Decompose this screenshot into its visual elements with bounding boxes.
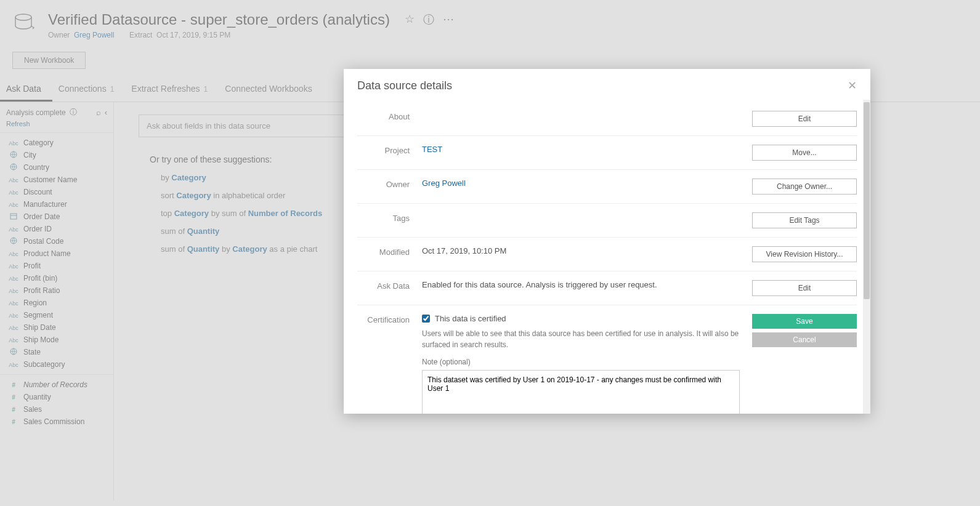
field-item[interactable]: AbcProduct Name [0, 247, 113, 260]
field-item[interactable]: AbcSubcategory [0, 358, 113, 371]
field-item[interactable]: AbcShip Mode [0, 334, 113, 346]
project-label: Project [357, 145, 410, 155]
certified-label: This data is certified [435, 314, 506, 323]
field-item[interactable]: AbcProfit (bin) [0, 272, 113, 284]
search-icon[interactable]: ⌕ [96, 108, 101, 117]
modified-label: Modified [357, 246, 410, 257]
cancel-button[interactable]: Cancel [752, 332, 857, 347]
close-icon[interactable]: ✕ [848, 79, 857, 92]
field-item[interactable]: Order Date [0, 211, 113, 223]
field-item[interactable]: #Sales [0, 403, 113, 416]
tags-label: Tags [357, 212, 410, 223]
field-item[interactable]: AbcSegment [0, 309, 113, 321]
favorite-icon[interactable]: ☆ [405, 12, 415, 27]
edit-askdata-button[interactable]: Edit [752, 280, 857, 296]
certification-description: Users will be able to see that this data… [422, 328, 740, 350]
edit-about-button[interactable]: Edit [752, 111, 857, 127]
field-item[interactable]: Postal Code [0, 235, 113, 247]
new-workbook-button[interactable]: New Workbook [12, 52, 86, 69]
tab-extract-refreshes[interactable]: Extract Refreshes1 [125, 78, 219, 102]
field-item[interactable]: AbcCategory [0, 137, 113, 149]
note-label: Note (optional) [422, 358, 740, 366]
field-item[interactable]: State [0, 346, 113, 358]
svg-rect-3 [10, 214, 17, 219]
page-header: Verified Datasource - super_store_orders… [0, 0, 980, 46]
certification-label: Certification [357, 314, 410, 324]
field-item[interactable]: AbcManufacturer [0, 198, 113, 211]
tab-ask-data[interactable]: Ask Data [0, 78, 52, 102]
scrollbar[interactable] [863, 100, 870, 414]
project-link[interactable]: TEST [422, 145, 442, 154]
tab-connections[interactable]: Connections1 [52, 78, 126, 102]
askdata-label: Ask Data [357, 280, 410, 291]
save-button[interactable]: Save [752, 314, 857, 329]
info-icon[interactable]: ⓘ [423, 12, 434, 27]
change-owner-button[interactable]: Change Owner... [752, 179, 857, 195]
collapse-icon[interactable]: ‹ [105, 108, 107, 117]
datasource-icon [12, 11, 37, 36]
owner-link[interactable]: Greg Powell [74, 31, 114, 39]
certified-checkbox[interactable] [422, 315, 430, 323]
field-item[interactable]: AbcProfit Ratio [0, 284, 113, 297]
certification-note-input[interactable] [422, 370, 740, 414]
field-item[interactable]: #Sales Commission [0, 416, 113, 428]
modified-value: Oct 17, 2019, 10:10 PM [422, 246, 740, 255]
askdata-value: Enabled for this data source. Analysis i… [422, 280, 740, 289]
more-icon[interactable]: ⋯ [443, 12, 454, 27]
modal-owner-link[interactable]: Greg Powell [422, 179, 466, 188]
refresh-link[interactable]: Refresh [6, 120, 30, 127]
datasource-details-modal: Data source details ✕ About Edit Project… [344, 69, 870, 414]
svg-point-0 [15, 14, 31, 20]
field-item[interactable]: City [0, 149, 113, 161]
info-icon[interactable]: ⓘ [70, 107, 77, 118]
field-item[interactable]: AbcShip Date [0, 321, 113, 334]
edit-tags-button[interactable]: Edit Tags [752, 212, 857, 228]
modal-title: Data source details [357, 79, 452, 92]
field-item[interactable]: #Number of Records [0, 379, 113, 391]
about-label: About [357, 111, 410, 121]
revision-history-button[interactable]: View Revision History... [752, 246, 857, 262]
page-title: Verified Datasource - super_store_orders… [48, 11, 454, 28]
field-item[interactable]: Country [0, 161, 113, 174]
tab-connected-workbooks[interactable]: Connected Workbooks [219, 78, 323, 102]
owner-label: Owner [357, 179, 410, 189]
field-item[interactable]: AbcOrder ID [0, 223, 113, 235]
header-meta: Owner Greg Powell Extract Oct 17, 2019, … [48, 31, 454, 39]
field-item[interactable]: AbcCustomer Name [0, 174, 113, 186]
analysis-status: Analysis complete [6, 108, 66, 117]
move-button[interactable]: Move... [752, 145, 857, 161]
field-item[interactable]: AbcDiscount [0, 186, 113, 198]
field-item[interactable]: AbcProfit [0, 260, 113, 272]
fields-sidebar: Analysis complete ⓘ ⌕ ‹ Refresh AbcCateg… [0, 102, 114, 500]
field-item[interactable]: #Quantity [0, 391, 113, 403]
field-item[interactable]: AbcRegion [0, 297, 113, 309]
